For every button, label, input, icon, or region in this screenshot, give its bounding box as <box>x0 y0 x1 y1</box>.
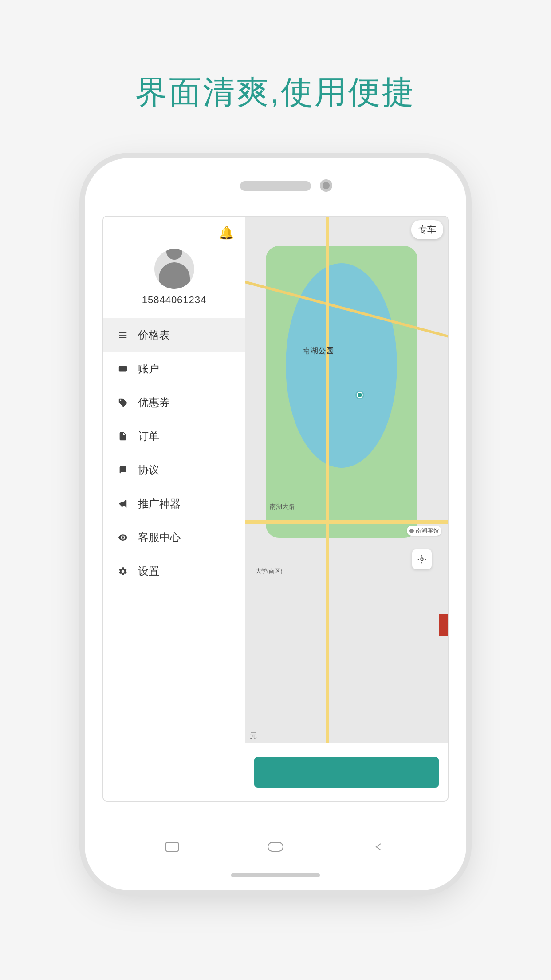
menu-item-label: 优惠券 <box>138 395 170 410</box>
call-car-button[interactable] <box>254 757 439 788</box>
university-label: 大学(南区) <box>256 567 283 575</box>
menu-item-label: 设置 <box>138 564 159 578</box>
user-phone-number: 15844061234 <box>142 294 207 306</box>
menu-item-settings[interactable]: 设置 <box>103 554 245 588</box>
bottom-cta-area <box>245 743 448 801</box>
avatar[interactable] <box>154 249 194 289</box>
map-panel: 南湖公园 南湖大路 南湖宾馆 大学(南区) 专车 <box>245 217 448 801</box>
menu-item-support[interactable]: 客服中心 <box>103 521 245 554</box>
nav-icon-rect[interactable] <box>161 839 183 855</box>
avatar-section: 15844061234 <box>103 245 245 318</box>
road-vertical <box>326 217 329 801</box>
menu-item-account[interactable]: 账户 <box>103 352 245 386</box>
page-title: 界面清爽,使用便捷 <box>135 71 416 114</box>
menu-item-label: 协议 <box>138 463 159 477</box>
book-icon <box>116 465 130 475</box>
bell-icon[interactable]: 🔔 <box>219 225 234 240</box>
receipt-icon <box>116 431 130 441</box>
menu-item-coupon[interactable]: 优惠券 <box>103 386 245 419</box>
menu-item-label: 推广神器 <box>138 497 181 511</box>
gear-icon <box>116 566 130 576</box>
wallet-icon <box>116 364 130 374</box>
menu-item-orders[interactable]: 订单 <box>103 419 245 453</box>
menu-item-agreement[interactable]: 协议 <box>103 453 245 487</box>
menu-items-list: 价格表 账户 优惠券 <box>103 318 245 801</box>
nav-icon-home[interactable] <box>264 839 287 855</box>
lake-area <box>286 263 397 468</box>
menu-item-label: 客服中心 <box>138 530 181 545</box>
bell-area: 🔔 <box>103 217 245 245</box>
phone-bottom-bar <box>85 839 466 855</box>
hotel-dot <box>409 529 414 533</box>
menu-item-promotion[interactable]: 推广神器 <box>103 487 245 521</box>
phone-screen: 🔔 15844061234 <box>102 216 449 802</box>
svg-rect-1 <box>119 335 127 336</box>
megaphone-icon <box>116 499 130 509</box>
svg-rect-0 <box>119 332 127 333</box>
location-dot <box>357 392 363 398</box>
menu-item-label: 价格表 <box>138 328 170 342</box>
menu-panel: 🔔 15844061234 <box>103 217 245 801</box>
avatar-body <box>159 262 190 289</box>
menu-item-label: 账户 <box>138 362 159 376</box>
park-label: 南湖公园 <box>302 345 334 356</box>
tag-icon <box>116 398 130 407</box>
phone-camera <box>320 179 332 192</box>
svg-rect-5 <box>268 842 283 851</box>
phone-speaker <box>240 181 311 191</box>
zhuanche-tab[interactable]: 专车 <box>411 220 443 239</box>
red-marker <box>439 614 448 636</box>
avatar-head <box>166 249 182 260</box>
home-bar <box>231 873 320 877</box>
eye-icon <box>116 533 130 542</box>
road-horizontal <box>245 520 448 524</box>
hotel-label: 南湖宾馆 <box>407 526 441 536</box>
gps-button[interactable] <box>412 549 432 569</box>
list-icon <box>116 330 130 340</box>
svg-rect-4 <box>166 842 178 851</box>
yuan-label: 元 <box>250 731 257 741</box>
menu-item-label: 订单 <box>138 429 159 443</box>
nav-icon-back[interactable] <box>368 839 390 855</box>
road-label: 南湖大路 <box>270 503 295 511</box>
menu-item-price-list[interactable]: 价格表 <box>103 318 245 352</box>
svg-point-3 <box>421 558 423 561</box>
svg-rect-2 <box>119 337 127 338</box>
phone-mockup: 🔔 15844061234 <box>85 158 466 890</box>
